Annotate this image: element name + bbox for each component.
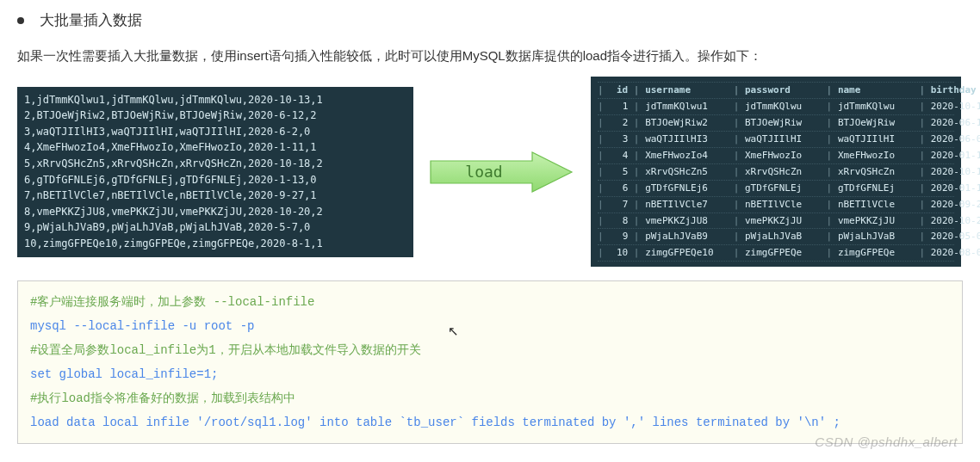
table-cell: 2020-09-27 — [931, 198, 980, 212]
code-comment: #设置全局参数local_infile为1，开启从本地加载文件导入数据的开关 — [30, 338, 950, 362]
table-cell: nBETIlVCle7 — [645, 198, 728, 212]
table-cell: 2020-08-01 — [931, 246, 980, 260]
load-arrow: load — [429, 151, 575, 194]
db-table-panel: | id | username | password | name | birt… — [591, 77, 961, 267]
table-cell: 2020-06-12 — [931, 116, 980, 130]
table-row: | 1 | jdTmmKQlwu1 | jdTmmKQlwu | jdTmmKQ… — [598, 99, 954, 115]
table-row: | 4 | XmeFHwozIo4 | XmeFHwozIo | XmeFHwo… — [598, 148, 954, 164]
table-cell: xRrvQSHcZn — [838, 165, 914, 179]
table-row: | 9 | pWjaLhJVaB9 | pWjaLhJVaB | pWjaLhJ… — [598, 229, 954, 245]
table-cell: 2020-10-20 — [931, 214, 980, 228]
watermark: CSDN @pshdhx_albert — [815, 434, 958, 449]
table-cell: xRrvQSHcZn5 — [645, 165, 728, 179]
table-cell: 10 — [609, 246, 628, 260]
table-cell: birthday — [931, 83, 980, 97]
csv-line: 4,XmeFHwozIo4,XmeFHwozIo,XmeFHwozIo,2020… — [24, 139, 406, 156]
code-sql: load data local infile '/root/sql1.log' … — [30, 410, 950, 434]
table-cell: 1 — [609, 100, 628, 114]
table-row: | 8 | vmePKKZjJU8 | vmePKKZjJU | vmePKKZ… — [598, 213, 954, 230]
table-cell: password — [745, 83, 821, 97]
table-cell: gTDfGFNLEj6 — [645, 182, 728, 195]
arrow-label: load — [465, 163, 502, 181]
table-row: | 3 | waQTJIIlHI3 | waQTJIIlHI | waQTJII… — [598, 132, 954, 148]
table-cell: xRrvQSHcZn — [745, 165, 821, 179]
code-sql: set global local_infile=1; — [30, 362, 950, 386]
table-cell: BTJOeWjRiw — [745, 116, 821, 130]
table-cell: gTDfGFNLEj — [745, 182, 821, 195]
table-cell: nBETIlVCle — [745, 198, 821, 212]
table-row: | 7 | nBETIlVCle7 | nBETIlVCle | nBETIlV… — [598, 197, 954, 213]
heading-text: 大批量插入数据 — [40, 10, 142, 30]
table-cell: nBETIlVCle — [838, 198, 914, 212]
diagram-row: 1,jdTmmKQlwu1,jdTmmKQlwu,jdTmmKQlwu,2020… — [17, 77, 963, 267]
table-cell: 3 — [609, 132, 628, 146]
code-comment: #执行load指令将准备好的数据，加载到表结构中 — [30, 386, 950, 410]
table-cell: jdTmmKQlwu — [745, 100, 821, 114]
table-cell: vmePKKZjJU — [838, 214, 914, 228]
table-row: | 10 | zimgGFPEQe10 | zimgGFPEQe | zimgG… — [598, 245, 954, 262]
table-cell: 6 — [609, 182, 628, 195]
intro-paragraph: 如果一次性需要插入大批量数据，使用insert语句插入性能较低，此时可以使用My… — [17, 46, 963, 66]
table-cell: vmePKKZjJU — [745, 214, 821, 228]
table-cell: zimgGFPEQe — [838, 246, 914, 260]
table-cell: gTDfGFNLEj — [838, 182, 914, 195]
table-row: | 2 | BTJOeWjRiw2 | BTJOeWjRiw | BTJOeWj… — [598, 115, 954, 132]
csv-line: 1,jdTmmKQlwu1,jdTmmKQlwu,jdTmmKQlwu,2020… — [24, 92, 406, 108]
csv-line: 9,pWjaLhJVaB9,pWjaLhJVaB,pWjaLhJVaB,2020… — [24, 219, 406, 236]
table-cell: 5 — [609, 165, 628, 179]
table-cell: XmeFHwozIo — [745, 149, 821, 163]
table-cell: 2020-05-07 — [931, 230, 980, 243]
table-cell: XmeFHwozIo — [838, 149, 914, 163]
code-comment: #客户端连接服务端时，加上参数 --local-infile — [30, 290, 950, 314]
table-header-row: | id | username | password | name | birt… — [598, 82, 954, 99]
csv-line: 2,BTJOeWjRiw2,BTJOeWjRiw,BTJOeWjRiw,2020… — [24, 108, 406, 124]
csv-line: 5,xRrvQSHcZn5,xRrvQSHcZn,xRrvQSHcZn,2020… — [24, 156, 406, 172]
table-cell: BTJOeWjRiw — [838, 116, 914, 130]
table-cell: 2020-01-13 — [931, 182, 980, 195]
table-cell: 8 — [609, 214, 628, 228]
table-cell: name — [838, 83, 914, 97]
table-cell: 2020-10-18 — [931, 165, 980, 179]
table-cell: 9 — [609, 230, 628, 243]
table-cell: jdTmmKQlwu1 — [645, 100, 728, 114]
table-cell: 4 — [609, 149, 628, 163]
arrow-icon: load — [429, 151, 575, 194]
csv-data-panel: 1,jdTmmKQlwu1,jdTmmKQlwu,jdTmmKQlwu,2020… — [17, 87, 413, 257]
table-cell: 7 — [609, 198, 628, 212]
bullet-icon — [17, 17, 24, 24]
table-cell: zimgGFPEQe10 — [645, 246, 728, 260]
table-cell: 2 — [609, 116, 628, 130]
code-block: #客户端连接服务端时，加上参数 --local-infilemysql --lo… — [17, 280, 963, 444]
table-cell: vmePKKZjJU8 — [645, 214, 728, 228]
table-cell: waQTJIIlHI — [745, 132, 821, 146]
table-cell: id — [609, 83, 628, 97]
table-cell: waQTJIIlHI — [838, 132, 914, 146]
table-cell: username — [645, 83, 728, 97]
table-cell: BTJOeWjRiw2 — [645, 116, 728, 130]
csv-line: 6,gTDfGFNLEj6,gTDfGFNLEj,gTDfGFNLEj,2020… — [24, 172, 406, 188]
table-cell: XmeFHwozIo4 — [645, 149, 728, 163]
table-cell: zimgGFPEQe — [745, 246, 821, 260]
csv-line: 7,nBETIlVCle7,nBETIlVCle,nBETIlVCle,2020… — [24, 188, 406, 204]
table-cell: pWjaLhJVaB — [745, 230, 821, 243]
csv-line: 8,vmePKKZjJU8,vmePKKZjJU,vmePKKZjJU,2020… — [24, 204, 406, 220]
table-row: | 5 | xRrvQSHcZn5 | xRrvQSHcZn | xRrvQSH… — [598, 164, 954, 181]
table-cell: pWjaLhJVaB9 — [645, 230, 728, 243]
csv-line: 3,waQTJIIlHI3,waQTJIIlHI,waQTJIIlHI,2020… — [24, 124, 406, 140]
section-heading: 大批量插入数据 — [17, 10, 963, 30]
table-cell: 2020-01-11 — [931, 149, 980, 163]
code-sql: mysql --local-infile -u root -p — [30, 314, 950, 338]
table-cell: 2020-06-02 — [931, 132, 980, 146]
csv-line: 10,zimgGFPEQe10,zimgGFPEQe,zimgGFPEQe,20… — [24, 236, 406, 252]
table-cell: jdTmmKQlwu — [838, 100, 914, 114]
table-cell: waQTJIIlHI3 — [645, 132, 728, 146]
table-cell: pWjaLhJVaB — [838, 230, 914, 243]
table-row: | 6 | gTDfGFNLEj6 | gTDfGFNLEj | gTDfGFN… — [598, 181, 954, 197]
table-cell: 2020-10-13 — [931, 100, 980, 114]
